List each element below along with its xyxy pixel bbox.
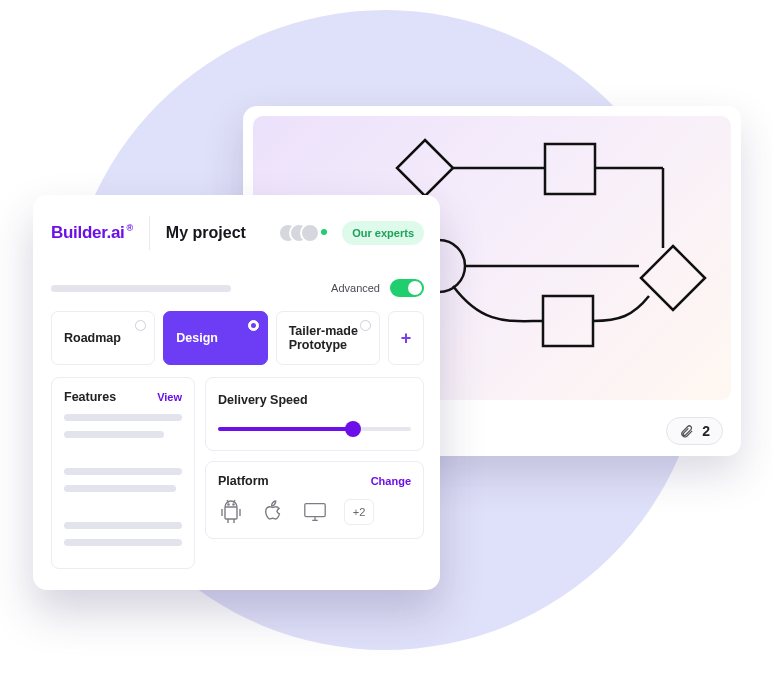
feature-item (64, 431, 164, 438)
svg-rect-0 (545, 144, 595, 194)
presence-indicator-icon (321, 229, 327, 235)
advanced-toggle[interactable] (390, 279, 424, 297)
divider (149, 216, 150, 250)
radio-checked-icon (248, 320, 259, 331)
svg-rect-2 (543, 296, 593, 346)
features-view-link[interactable]: View (157, 391, 182, 403)
radio-icon (135, 320, 146, 331)
advanced-label: Advanced (331, 282, 380, 294)
svg-rect-15 (305, 504, 325, 517)
platform-panel: Platform Change (205, 461, 424, 539)
experts-badge[interactable]: Our experts (342, 221, 424, 245)
progress-bar (51, 285, 231, 292)
desktop-icon[interactable] (302, 498, 328, 526)
delivery-slider[interactable] (218, 420, 411, 438)
attachment-chip[interactable]: 2 (666, 417, 723, 445)
radio-icon (360, 320, 371, 331)
feature-item (64, 522, 182, 529)
tabs: Roadmap Design Tailer-made Prototype + (51, 311, 424, 365)
apple-icon[interactable] (260, 498, 286, 526)
android-icon[interactable] (218, 498, 244, 526)
feature-item (64, 468, 182, 475)
project-title: My project (166, 224, 246, 242)
delivery-title: Delivery Speed (218, 393, 308, 407)
tab-roadmap[interactable]: Roadmap (51, 311, 155, 365)
platform-more-button[interactable]: +2 (344, 499, 374, 525)
paperclip-icon (679, 424, 694, 439)
plus-icon: + (401, 328, 412, 349)
feature-item (64, 414, 182, 421)
brand-logo[interactable]: Builder.ai ® (51, 223, 133, 243)
delivery-panel: Delivery Speed (205, 377, 424, 451)
attachment-count: 2 (702, 423, 710, 439)
card-header: Builder.ai ® My project Our experts (51, 211, 424, 255)
svg-rect-6 (225, 507, 237, 519)
avatar (300, 223, 320, 243)
platform-title: Platform (218, 474, 269, 488)
tab-design[interactable]: Design (163, 311, 267, 365)
features-title: Features (64, 390, 116, 404)
project-card: Builder.ai ® My project Our experts Adva… (33, 195, 440, 590)
slider-thumb-icon (345, 421, 361, 437)
features-panel: Features View (51, 377, 195, 569)
feature-item (64, 539, 182, 546)
tab-prototype[interactable]: Tailer-made Prototype (276, 311, 380, 365)
platform-change-link[interactable]: Change (371, 475, 411, 487)
progress-row: Advanced (51, 279, 424, 297)
svg-point-14 (233, 504, 234, 505)
add-tab-button[interactable]: + (388, 311, 424, 365)
feature-item (64, 485, 176, 492)
svg-point-13 (228, 504, 229, 505)
